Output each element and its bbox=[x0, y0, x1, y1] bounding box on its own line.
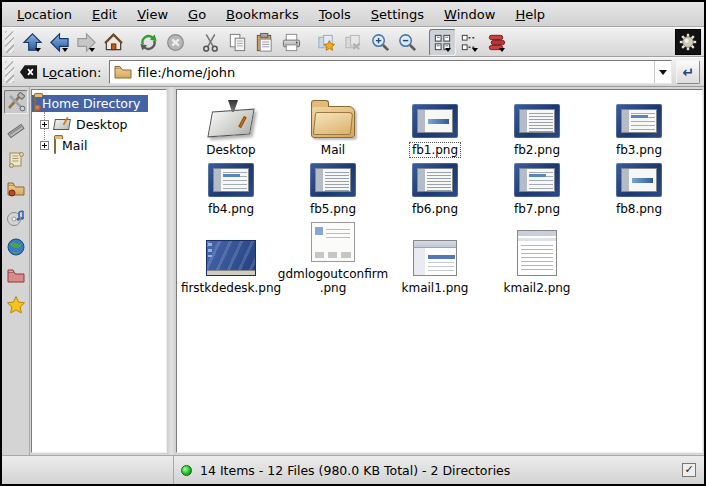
file-icon bbox=[412, 163, 458, 197]
tree-item-label: Home Directory bbox=[39, 95, 144, 112]
icon-size-decrease-button[interactable] bbox=[340, 29, 367, 56]
sidebar-configure-button[interactable] bbox=[4, 90, 28, 114]
tree-item-desktop[interactable]: Desktop bbox=[39, 114, 166, 135]
menu-go[interactable]: Go bbox=[179, 5, 215, 24]
file-label: gdmlogoutconfirm .png bbox=[275, 266, 391, 296]
file-item[interactable]: fb3.png bbox=[588, 102, 690, 161]
location-input[interactable]: file:/home/john bbox=[137, 65, 654, 80]
file-icon bbox=[311, 222, 355, 262]
file-label: fb2.png bbox=[511, 142, 563, 158]
folder-tree-panel: Home DirectoryDesktopMail bbox=[31, 89, 167, 453]
sidebar-network-button[interactable] bbox=[4, 235, 28, 259]
location-dropdown-arrow[interactable] bbox=[654, 61, 671, 83]
back-arrow-icon bbox=[49, 32, 70, 53]
stop-button[interactable] bbox=[162, 29, 189, 56]
menu-location[interactable]: Location bbox=[8, 5, 81, 24]
sidebar-root-button[interactable] bbox=[4, 264, 28, 288]
file-item[interactable]: fb6.png bbox=[384, 161, 486, 220]
location-toolbar: Location: file:/home/john ↵ bbox=[2, 57, 704, 87]
file-item[interactable]: Mail bbox=[282, 104, 384, 161]
menu-tools[interactable]: Tools bbox=[310, 5, 360, 24]
reload-icon bbox=[138, 32, 159, 53]
file-item[interactable]: fb2.png bbox=[486, 102, 588, 161]
home-button[interactable] bbox=[100, 29, 127, 56]
menu-bookmarks[interactable]: Bookmarks bbox=[217, 5, 308, 24]
network-globe-icon bbox=[6, 237, 26, 257]
file-item[interactable]: fb4.png bbox=[180, 161, 282, 220]
menubar: LocationEditViewGoBookmarksToolsSettings… bbox=[2, 2, 704, 27]
sidebar-bookmarks-button[interactable] bbox=[4, 293, 28, 317]
file-item[interactable]: kmail2.png bbox=[486, 228, 588, 299]
icon-view-icon bbox=[432, 32, 453, 53]
file-label: Desktop bbox=[203, 142, 259, 158]
file-icon bbox=[413, 240, 457, 276]
file-grid-row: Desktop Mail fb1.png fb2.png fb3.png bbox=[180, 98, 702, 161]
konqueror-gear-icon[interactable] bbox=[675, 29, 701, 55]
active-view-checkbox-icon[interactable]: ✓ bbox=[682, 463, 696, 477]
tree-expander-icon[interactable] bbox=[40, 120, 49, 129]
file-icon bbox=[517, 230, 557, 276]
cut-button[interactable] bbox=[197, 29, 224, 56]
reload-button[interactable] bbox=[135, 29, 162, 56]
menu-settings[interactable]: Settings bbox=[362, 5, 433, 24]
panel-splitter[interactable] bbox=[167, 87, 176, 455]
file-label: fb3.png bbox=[613, 142, 665, 158]
zoom-in-button[interactable] bbox=[367, 29, 394, 56]
file-item[interactable]: fb1.png bbox=[384, 102, 486, 161]
menu-help[interactable]: Help bbox=[506, 5, 554, 24]
folder-icon bbox=[114, 65, 132, 79]
forward-arrow-icon bbox=[76, 32, 97, 53]
file-item[interactable]: firstkdedesk.png bbox=[180, 238, 282, 299]
forward-button[interactable] bbox=[73, 29, 100, 56]
sidebar-devices-button[interactable] bbox=[4, 119, 28, 143]
file-item[interactable]: fb5.png bbox=[282, 161, 384, 220]
file-icon bbox=[514, 163, 560, 197]
statusbar: 14 Items - 12 Files (980.0 KB Total) - 2… bbox=[2, 455, 704, 484]
file-label: firstkdedesk.png bbox=[178, 280, 284, 296]
icon-view-button[interactable] bbox=[429, 29, 456, 56]
tree-item-mail[interactable]: Mail bbox=[39, 135, 166, 156]
file-icon bbox=[311, 106, 355, 138]
paste-button[interactable] bbox=[251, 29, 278, 56]
file-label: fb5.png bbox=[307, 201, 359, 217]
go-button[interactable]: ↵ bbox=[676, 60, 700, 84]
menu-view[interactable]: View bbox=[128, 5, 177, 24]
status-text: 14 Items - 12 Files (980.0 KB Total) - 2… bbox=[200, 463, 682, 478]
stop-icon bbox=[165, 32, 186, 53]
copy-icon bbox=[227, 32, 248, 53]
toolbar-drag-handle[interactable] bbox=[5, 31, 14, 53]
menu-edit[interactable]: Edit bbox=[83, 5, 126, 24]
detailed-list-view-button[interactable] bbox=[483, 29, 510, 56]
print-button[interactable] bbox=[278, 29, 305, 56]
location-toolbar-drag-handle[interactable] bbox=[5, 61, 14, 83]
tree-expander-icon[interactable] bbox=[40, 141, 49, 150]
file-icon bbox=[208, 163, 254, 197]
icon-size-increase-button[interactable] bbox=[313, 29, 340, 56]
file-item[interactable]: Desktop bbox=[180, 98, 282, 161]
clear-location-icon[interactable] bbox=[19, 64, 38, 80]
zoom-out-button[interactable] bbox=[394, 29, 421, 56]
tree-item-label: Desktop bbox=[73, 116, 131, 133]
tree-view-button[interactable] bbox=[456, 29, 483, 56]
menu-window[interactable]: Window bbox=[435, 5, 504, 24]
detailed-list-view-icon bbox=[486, 32, 507, 53]
tree-item-home-directory[interactable]: Home Directory bbox=[32, 93, 166, 114]
file-label: kmail2.png bbox=[501, 280, 574, 296]
file-grid-row: firstkdedesk.png gdmlogoutconfirm .png k… bbox=[180, 220, 702, 299]
file-item[interactable]: fb8.png bbox=[588, 161, 690, 220]
file-item[interactable]: gdmlogoutconfirm .png bbox=[282, 220, 384, 299]
copy-button[interactable] bbox=[224, 29, 251, 56]
sidebar-history-button[interactable] bbox=[4, 148, 28, 172]
scissors-icon bbox=[200, 32, 221, 53]
location-combobox[interactable]: file:/home/john bbox=[109, 60, 672, 84]
file-item[interactable]: kmail1.png bbox=[384, 238, 486, 299]
sidebar-services-button[interactable] bbox=[4, 206, 28, 230]
home-folder-icon bbox=[6, 179, 26, 199]
services-media-icon bbox=[6, 208, 26, 228]
up-button[interactable] bbox=[19, 29, 46, 56]
home-icon bbox=[103, 32, 124, 53]
file-item[interactable]: fb7.png bbox=[486, 161, 588, 220]
file-icon bbox=[206, 240, 256, 276]
sidebar-home-button[interactable] bbox=[4, 177, 28, 201]
back-button[interactable] bbox=[46, 29, 73, 56]
